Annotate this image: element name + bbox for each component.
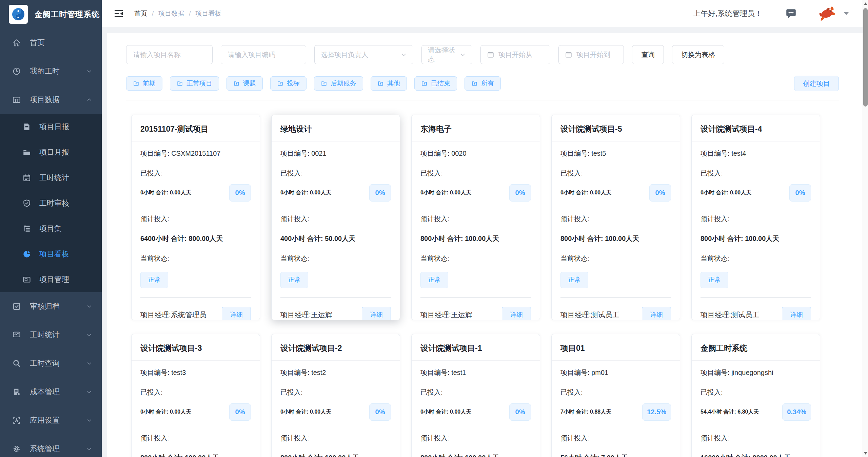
create-project-button[interactable]: 创建项目 [794,76,839,91]
category-tag-button-7[interactable]: 所有 [465,76,501,91]
card-divider [280,297,391,298]
status-row: 正常 [420,272,531,287]
project-code-input[interactable] [221,45,306,64]
sidebar-item-5[interactable]: 工时统计 [0,165,102,190]
planned-label: 预计投入: [701,214,811,224]
message-bubble-icon[interactable] [785,7,797,20]
manager-name: 测试员工 [591,310,619,320]
percent-badge: 0% [369,184,391,202]
sidebar-item-12[interactable]: 工时查询 [0,349,102,378]
project-code-value: test2 [311,369,326,376]
sidebar-item-1[interactable]: 我的工时 [0,57,102,85]
project-name-input[interactable] [126,45,213,64]
status-select[interactable]: 请选择状态 [421,45,472,64]
document-icon [22,122,31,131]
sidebar-item-0[interactable]: 首页 [0,28,102,57]
tag-label: 已结束 [431,79,450,88]
detail-button[interactable]: 详细 [362,307,391,320]
chevron-down-icon [460,52,466,58]
project-code-row: 项目编号: jinquegongshi [701,368,811,377]
project-code-row: 项目编号: test5 [560,149,671,158]
project-card: 绿地设计 项目编号: 0021 已投入: 0小时 合计: 0.00人天 0% 预… [271,115,400,320]
category-tag-button-0[interactable]: 前期 [126,76,162,91]
category-tag-button-6[interactable]: 已结束 [414,76,457,91]
sidebar-item-15[interactable]: 系统管理 [0,435,102,457]
category-tag-button-1[interactable]: 正常项目 [170,76,219,91]
vertical-scrollbar[interactable] [863,0,868,457]
search-icon [12,359,21,368]
invested-value-row: 0小时 合计: 0.00人天 0% [560,184,671,202]
sidebar-item-3[interactable]: 项目日报 [0,114,102,139]
folder-add-icon [421,80,428,87]
percent-badge: 0% [229,184,251,202]
sidebar-item-label: 项目日报 [39,122,69,132]
detail-button[interactable]: 详细 [502,307,531,320]
detail-button[interactable]: 详细 [782,307,811,320]
status-label: 当前状态: [140,254,251,263]
sidebar-item-9[interactable]: 项目管理 [0,267,102,292]
folder-icon [22,148,31,157]
sidebar-item-4[interactable]: 项目月报 [0,139,102,165]
project-card: 设计院测试项目-3 项目编号: test3 已投入: 0小时 合计: 0.00人… [131,334,260,457]
header-right: 上午好,系统管理员！ [693,6,849,21]
detail-button[interactable]: 详细 [222,307,251,320]
project-code-value: test5 [591,150,606,157]
planned-value: 800小时 合计: 100.00人天 [280,453,391,457]
percent-badge: 0% [789,184,811,202]
project-card: 东海电子 项目编号: 0020 已投入: 0小时 合计: 0.00人天 0% 预… [411,115,540,320]
percent-badge: 12.5% [642,403,671,421]
sidebar-item-label: 首页 [30,38,45,48]
chevron-down-icon [86,68,92,74]
planned-label: 预计投入: [140,214,251,224]
sidebar-item-6[interactable]: 工时审核 [0,190,102,216]
status-badge: 正常 [280,272,308,288]
sidebar-item-10[interactable]: 审核归档 [0,292,102,321]
status-badge: 正常 [140,272,168,288]
sidebar-item-8[interactable]: 项目看板 [0,241,102,267]
scrollbar-down-arrow-icon[interactable] [864,452,867,455]
sidebar-item-13[interactable]: 成本管理 [0,378,102,406]
category-tag-button-5[interactable]: 其他 [371,76,407,91]
toggle-table-button[interactable]: 切换为表格 [672,45,724,64]
sidebar-item-14[interactable]: 应用设置 [0,406,102,435]
folder-add-icon [133,80,139,87]
menu-fold-icon[interactable] [113,8,124,19]
invested-value-row: 0小时 合计: 0.00人天 0% [280,403,391,421]
category-tag-button-2[interactable]: 课题 [226,76,263,91]
gear-icon [12,444,21,453]
manager-label: 项目经理: [560,310,591,320]
sidebar-item-11[interactable]: 工时统计 [0,321,102,349]
content-panel: 选择项目负责人 请选择状态 项目开始从 [107,33,863,457]
chevron-up-icon [86,97,92,103]
project-code-row: 项目编号: CSXM20151107 [140,149,251,158]
sidebar-item-2[interactable]: 项目数据 [0,85,102,114]
project-code-row: 项目编号: test2 [280,368,391,377]
invested-value: 0小时 合计: 0.00人天 [140,408,191,416]
project-owner-select[interactable]: 选择项目负责人 [314,45,413,64]
shield-check-icon [22,199,31,208]
sidebar-item-7[interactable]: 项目集 [0,216,102,241]
list-tree-icon [22,224,31,233]
user-avatar-fish-icon[interactable] [818,6,835,21]
detail-button[interactable]: 详细 [642,307,671,320]
breadcrumb-home[interactable]: 首页 [134,9,147,18]
folder-add-icon [177,80,183,87]
invested-value: 0小时 合计: 0.00人天 [420,408,471,416]
invested-value: 0小时 合计: 0.00人天 [560,189,611,196]
category-tag-button-3[interactable]: 投标 [270,76,307,91]
date-from-picker[interactable]: 项目开始从 [480,45,550,64]
breadcrumb-project-data[interactable]: 项目数据 [158,9,184,18]
scrollbar-up-arrow-icon[interactable] [864,2,867,5]
date-to-picker[interactable]: 项目开始到 [558,45,624,64]
sidebar-menu: 首页我的工时项目数据项目日报项目月报工时统计工时审核项目集项目看板项目管理审核归… [0,28,102,457]
sidebar-item-label: 成本管理 [30,387,60,397]
project-card-title: 项目01 [552,334,680,361]
category-tag-button-4[interactable]: 后期服务 [314,76,363,91]
project-code-label: 项目编号: [560,369,591,376]
avatar-dropdown-caret-icon[interactable] [844,12,849,15]
invested-label: 已投入: [420,169,531,178]
project-code-value: 0020 [451,150,467,157]
scrollbar-thumb[interactable] [863,8,868,107]
project-cards-grid: 20151107-测试项目 项目编号: CSXM20151107 已投入: 0小… [126,100,839,457]
search-button[interactable]: 查询 [632,45,664,64]
